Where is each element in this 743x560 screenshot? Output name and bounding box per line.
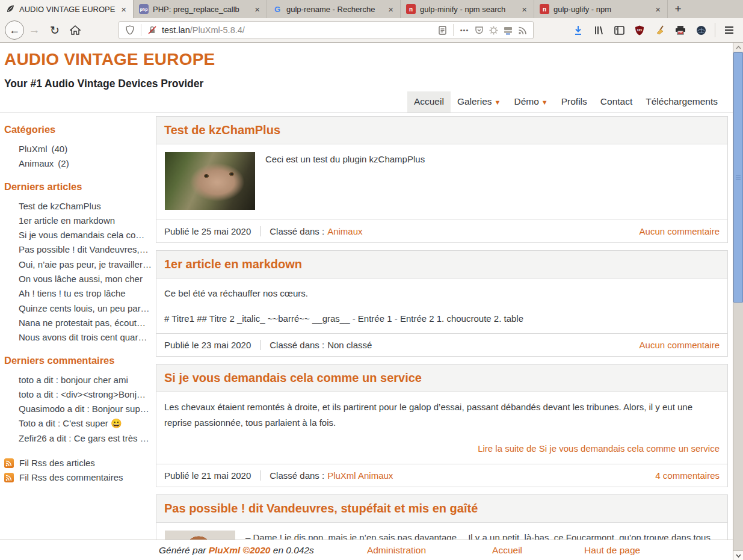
article-title[interactable]: Pas possible ! dit Vandeuvres, stupéfait… — [164, 502, 478, 515]
article-link[interactable]: Oui, n’aie pas peur, je travailler… — [19, 257, 156, 272]
nav-item-galeries[interactable]: Galeries▼ — [451, 91, 508, 112]
svg-text:UO: UO — [637, 28, 643, 31]
article-link[interactable]: Si je vous demandais cela co… — [19, 228, 156, 242]
tab-gulp-rename[interactable]: G gulp-rename - Recherche × — [267, 0, 401, 18]
latest-articles-list: Test de kzChamPlus 1er article en markdo… — [4, 199, 156, 345]
close-icon[interactable]: × — [120, 5, 128, 14]
server-extension-icon[interactable] — [501, 23, 515, 37]
npm-icon: n — [406, 4, 416, 14]
page-actions-icon[interactable]: ••• — [457, 23, 472, 37]
comment-link[interactable]: toto a dit : <div><strong>Bonj… — [19, 387, 156, 402]
close-icon[interactable]: × — [387, 5, 395, 14]
php-icon: php — [139, 4, 149, 14]
close-icon[interactable]: × — [520, 5, 528, 14]
print-pdf-icon[interactable]: PDF — [671, 22, 689, 38]
ublock-origin-icon[interactable]: UO — [630, 22, 649, 38]
forward-button[interactable]: → — [24, 21, 45, 39]
read-more-link[interactable]: Lire la suite de Si je vous demandais ce… — [164, 441, 720, 457]
chevron-down-icon: ▼ — [495, 99, 501, 106]
article-link[interactable]: Quinze cents louis, un peu par… — [19, 301, 156, 316]
tab-audio-vintage[interactable]: AUDIO VINTAGE EUROPE × — [0, 0, 134, 18]
home-button[interactable] — [65, 21, 85, 39]
article-markdown: 1er article en markdown Ce bel été va ré… — [156, 250, 728, 357]
article-title[interactable]: Si je vous demandais cela comme un servi… — [164, 371, 422, 384]
rss-articles-link[interactable]: Fil Rss des articles — [4, 458, 156, 468]
reader-mode-icon[interactable] — [435, 23, 449, 37]
pluxml-brand-link[interactable]: PluXml ©2020 — [209, 545, 271, 555]
category-item[interactable]: PluXml(40) — [19, 142, 156, 156]
scrollbar-thumb[interactable] — [733, 52, 743, 303]
toolbar-extensions: UO PDF — [569, 22, 743, 38]
publish-date: Publié le 21 mai 2020 — [164, 470, 251, 481]
tab-gulp-uglify[interactable]: n gulp-uglify - npm × — [534, 0, 668, 18]
category-link[interactable]: Animaux — [327, 226, 362, 236]
article-title[interactable]: 1er article en markdown — [164, 257, 302, 271]
nav-item-telechargements[interactable]: Téléchargements — [639, 91, 724, 112]
rss-subscribe-icon[interactable] — [515, 23, 529, 37]
scroll-up-button[interactable] — [733, 43, 743, 52]
sidebar-toggle-icon[interactable] — [610, 22, 628, 38]
article-link[interactable]: 1er article en markdown — [19, 214, 156, 228]
article-link[interactable]: Nous avons dit trois cent quar… — [19, 330, 156, 345]
close-icon[interactable]: × — [654, 5, 662, 14]
comments-link[interactable]: Aucun commentaire — [640, 340, 720, 350]
publish-date: Publié le 25 mai 2020 — [164, 226, 251, 236]
new-tab-button[interactable]: + — [668, 0, 688, 18]
proxy-globe-icon[interactable] — [692, 22, 710, 38]
comment-link[interactable]: toto a dit : bonjour cher ami — [19, 373, 156, 387]
category-link[interactable]: PluXml Animaux — [327, 470, 393, 481]
page-viewport: AUDIO VINTAGE EUROPE Your #1 Audio Vinta… — [0, 43, 733, 560]
pocket-icon[interactable] — [472, 23, 486, 37]
rss-comments-link[interactable]: Fil Rss des commentaires — [4, 472, 156, 482]
library-icon[interactable] — [590, 22, 608, 38]
article-link[interactable]: Nana ne protestait pas, écout… — [19, 316, 156, 330]
latest-articles-heading: Derniers articles — [4, 181, 156, 192]
article-test-kzchamplus: Test de kzChamPlus Ceci est un test du p… — [156, 116, 728, 243]
nav-item-demo[interactable]: Démo▼ — [507, 91, 554, 112]
tab-php-doc[interactable]: php PHP: preg_replace_callb × — [134, 0, 267, 18]
article-link[interactable]: Test de kzChamPlus — [19, 199, 156, 214]
article-link[interactable]: Pas possible ! dit Vandeuvres,… — [19, 242, 156, 257]
nav-item-profils[interactable]: Profils — [555, 91, 594, 112]
article-link[interactable]: On vous lâche aussi, mon cher — [19, 272, 156, 286]
cache-broom-icon[interactable] — [651, 22, 669, 38]
menu-icon[interactable] — [720, 22, 738, 38]
footer-link-accueil[interactable]: Accueil — [492, 545, 522, 556]
reload-button[interactable]: ↻ — [45, 21, 65, 39]
url-path: /PluXml-5.8.4/ — [190, 25, 245, 35]
latest-comments-list: toto a dit : bonjour cher ami toto a dit… — [4, 373, 156, 446]
pluxml-leaf-icon — [5, 4, 15, 14]
tab-title: gulp-minify - npm search — [420, 5, 516, 14]
footer-link-haut-de-page[interactable]: Haut de page — [584, 545, 640, 556]
comment-link[interactable]: Zefir26 a dit : Ce gars est très … — [19, 431, 156, 446]
comment-link[interactable]: Quasimodo a dit : Bonjour sup… — [19, 402, 156, 416]
comments-link[interactable]: Aucun commentaire — [640, 226, 720, 236]
article-title[interactable]: Test de kzChamPlus — [164, 123, 280, 137]
downloads-icon[interactable] — [569, 22, 587, 38]
comments-link[interactable]: 4 commentaires — [655, 470, 720, 481]
page-scrollbar[interactable] — [733, 43, 743, 560]
tab-gulp-minify[interactable]: n gulp-minify - npm search × — [401, 0, 534, 18]
classed-in: Classé dans :Non classé — [260, 340, 372, 350]
scroll-down-button[interactable] — [733, 550, 743, 560]
back-button[interactable]: ← — [5, 20, 24, 40]
url-bar[interactable]: test.lan /PluXml-5.8.4/ ••• — [119, 21, 534, 39]
insecure-lock-icon[interactable] — [145, 23, 159, 37]
nav-item-contact[interactable]: Contact — [594, 91, 639, 112]
gear-extension-icon[interactable] — [486, 23, 501, 37]
nav-item-accueil[interactable]: Accueil — [407, 91, 451, 112]
tracking-shield-icon[interactable] — [123, 23, 137, 37]
footer-link-administration[interactable]: Administration — [367, 545, 426, 556]
sidebar: Catégories PluXml(40) Animaux(2) Dernier… — [0, 113, 156, 560]
article-link[interactable]: Ah ! tiens ! tu es trop lâche — [19, 286, 156, 301]
svg-text:PDF: PDF — [679, 31, 682, 34]
category-item[interactable]: Animaux(2) — [19, 156, 156, 171]
divider — [453, 24, 454, 36]
divider — [141, 24, 141, 36]
close-icon[interactable]: × — [253, 5, 261, 14]
url-host: test.lan — [162, 25, 190, 35]
tab-title: PHP: preg_replace_callb — [153, 5, 249, 14]
comment-link[interactable]: Toto a dit : C'est super 😀 — [19, 416, 156, 431]
divider — [715, 23, 715, 37]
site-title[interactable]: AUDIO VINTAGE EUROPE — [4, 50, 733, 69]
